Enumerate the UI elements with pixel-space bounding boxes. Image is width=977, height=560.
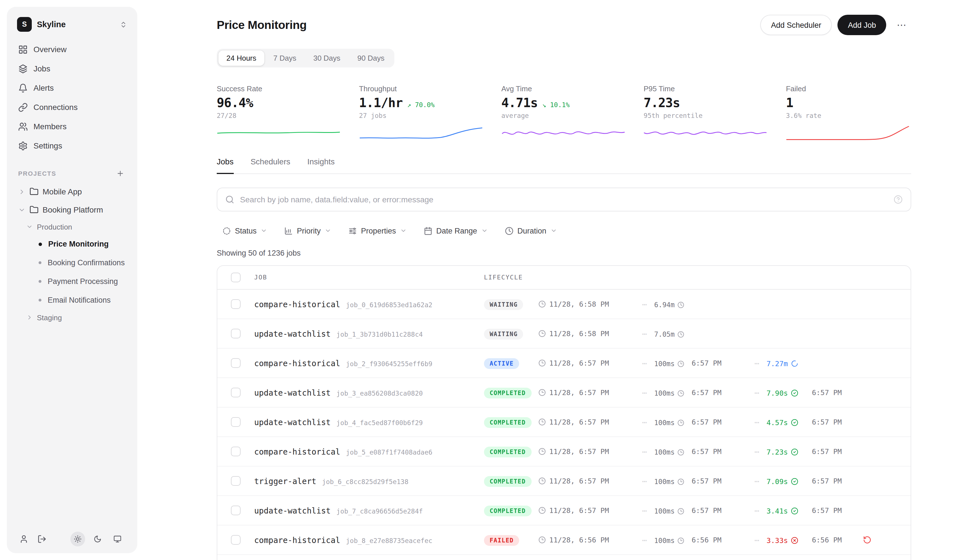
table-row[interactable]: update-watchlist job_1_3b731d0b11c288c4 …	[217, 319, 911, 348]
sidebar-item-label: Settings	[33, 141, 62, 150]
row-checkbox[interactable]	[231, 535, 241, 545]
row-checkbox[interactable]	[231, 388, 241, 397]
stat-avg-time: Avg Time 4.71s↘ 10.1% average	[501, 85, 627, 141]
retry-icon[interactable]	[863, 536, 872, 544]
add-scheduler-button[interactable]: Add Scheduler	[760, 15, 832, 35]
add-project-button[interactable]	[115, 168, 126, 179]
row-checkbox[interactable]	[231, 299, 241, 309]
clock-plus-icon	[539, 389, 546, 396]
sun-icon	[74, 535, 82, 543]
time-range-segmented-control: 24 Hours 7 Days 30 Days 90 Days	[217, 49, 394, 67]
tab-jobs[interactable]: Jobs	[217, 157, 233, 174]
sidebar-item-settings[interactable]: Settings	[13, 136, 130, 155]
row-checkbox[interactable]	[231, 329, 241, 338]
stage-separator: ⋯	[635, 388, 654, 397]
spinner-icon	[791, 360, 798, 367]
workspace-switcher[interactable]: S Skyline	[13, 13, 130, 40]
table-row[interactable]: compare-historical job_2_f930645255eff6b…	[217, 348, 911, 378]
sidebar-item-connections[interactable]: Connections	[13, 97, 130, 117]
env-staging[interactable]: Staging	[13, 310, 130, 325]
more-options-button[interactable]: ⋯	[892, 15, 911, 35]
search-input[interactable]	[240, 195, 888, 204]
clock-plus-icon	[539, 418, 546, 426]
table-row[interactable]: compare-historical job_5_e087f1f7408adae…	[217, 437, 911, 467]
tab-schedulers[interactable]: Schedulers	[251, 157, 290, 173]
run-duration: 3.33s	[766, 536, 798, 545]
job-cell: update-watchlist job_3_ea856208d3ca0820	[254, 388, 484, 397]
lifecycle-cell: COMPLETED 11/28, 6:57 PM ⋯ 100ms 6:57 PM…	[484, 446, 899, 457]
gear-icon	[18, 141, 28, 150]
wait-duration: 7.05m	[654, 330, 684, 338]
time-range-90-days[interactable]: 90 Days	[350, 50, 392, 66]
table-row[interactable]: check-price job_909_6880c54b84486783 COM…	[217, 555, 911, 560]
check-circle-icon	[791, 507, 798, 515]
queue-duration: 100ms	[654, 389, 684, 397]
project-booking-platform[interactable]: Booking Platform	[13, 201, 130, 219]
row-checkbox[interactable]	[231, 476, 241, 486]
projects-tree: Mobile App Booking Platform Production P…	[13, 183, 130, 325]
env-production[interactable]: Production	[13, 219, 130, 235]
time-range-7-days[interactable]: 7 Days	[266, 50, 304, 66]
failed-sparkline	[786, 125, 910, 141]
sidebar-item-members[interactable]: Members	[13, 117, 130, 136]
workspace-name: Skyline	[37, 20, 66, 29]
sidebar-item-jobs[interactable]: Jobs	[13, 59, 130, 78]
project-item-payment-processing[interactable]: Payment Processing	[13, 272, 130, 291]
bell-icon	[18, 83, 28, 93]
bullet-dot-icon	[38, 280, 42, 283]
clock-icon	[678, 302, 684, 308]
job-id: job_6_c8cc825d29f5e138	[322, 478, 408, 485]
timer-icon	[678, 508, 684, 515]
created-at: 11/28, 6:56 PM	[539, 536, 635, 544]
completed-time: 6:57 PM	[812, 388, 863, 397]
filter-priority[interactable]: Priority	[279, 222, 337, 240]
time-range-30-days[interactable]: 30 Days	[305, 50, 348, 66]
time-range-24-hours[interactable]: 24 Hours	[218, 50, 264, 66]
filter-properties[interactable]: Properties	[343, 222, 413, 240]
tab-insights[interactable]: Insights	[307, 157, 335, 173]
stage-separator: ⋯	[635, 300, 654, 308]
job-name: update-watchlist	[254, 329, 331, 338]
clock-plus-icon	[539, 507, 546, 514]
filter-duration[interactable]: Duration	[499, 222, 563, 240]
row-checkbox[interactable]	[231, 358, 241, 368]
lifecycle-cell: COMPLETED 11/28, 6:57 PM ⋯ 100ms 6:57 PM…	[484, 475, 899, 487]
sidebar-item-overview[interactable]: Overview	[13, 40, 130, 59]
clock-plus-icon	[539, 300, 546, 308]
theme-light-button[interactable]	[70, 532, 85, 547]
filter-status[interactable]: Status	[217, 222, 273, 240]
table-row[interactable]: update-watchlist job_4_fac5ed87f00b6f29 …	[217, 408, 911, 437]
project-mobile-app[interactable]: Mobile App	[13, 183, 130, 201]
theme-system-button[interactable]	[110, 532, 125, 547]
project-item-email-notifications[interactable]: Email Notifications	[13, 291, 130, 310]
row-checkbox[interactable]	[231, 447, 241, 456]
table-row[interactable]: trigger-alert job_6_c8cc825d29f5e138 COM…	[217, 467, 911, 496]
chevron-down-icon	[325, 227, 331, 234]
table-row[interactable]: update-watchlist job_7_c8ca96656d5e284f …	[217, 496, 911, 525]
started-time: 6:57 PM	[692, 477, 747, 485]
row-checkbox[interactable]	[231, 417, 241, 427]
add-job-button[interactable]: Add Job	[838, 15, 886, 35]
row-checkbox[interactable]	[231, 506, 241, 515]
job-name: update-watchlist	[254, 417, 331, 427]
table-row[interactable]: compare-historical job_0_619d6853ed1a62a…	[217, 290, 911, 319]
started-time: 6:57 PM	[692, 359, 747, 367]
clock-plus-icon	[539, 448, 546, 455]
stage-separator: ⋯	[747, 388, 766, 397]
run-duration: 7.23s	[766, 448, 798, 456]
table-row[interactable]: update-watchlist job_3_ea856208d3ca0820 …	[217, 378, 911, 408]
filter-date-range[interactable]: Date Range	[418, 222, 494, 240]
select-all-checkbox[interactable]	[231, 273, 241, 282]
logout-icon[interactable]	[37, 535, 47, 543]
theme-dark-button[interactable]	[90, 532, 105, 547]
sidebar-item-alerts[interactable]: Alerts	[13, 78, 130, 97]
users-icon	[18, 122, 28, 131]
project-item-booking-confirmations[interactable]: Booking Confirmations	[13, 253, 130, 272]
project-item-price-monitoring[interactable]: Price Monitoring	[13, 235, 130, 253]
help-circle-icon[interactable]	[893, 195, 903, 204]
lifecycle-cell: WAITING 11/28, 6:58 PM ⋯ 6.94m ⋯	[484, 298, 899, 310]
check-circle-icon	[791, 448, 798, 456]
table-row[interactable]: compare-historical job_8_e27e88735eacefe…	[217, 525, 911, 555]
user-icon[interactable]	[19, 535, 28, 543]
bar-chart-icon	[284, 227, 293, 235]
